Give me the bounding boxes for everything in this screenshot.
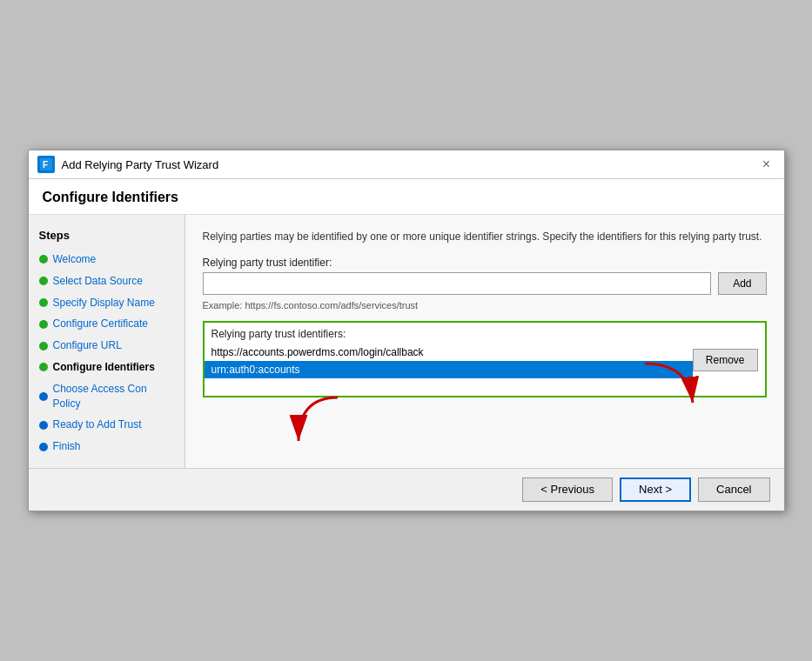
page-header: Configure Identifiers — [29, 179, 784, 215]
page-title: Configure Identifiers — [43, 190, 770, 205]
title-bar: F Add Relying Party Trust Wizard × — [29, 150, 784, 179]
sidebar-item-finish[interactable]: Finish — [29, 436, 185, 457]
identifiers-list-container: https://accounts.powerdms.com/login/call… — [205, 344, 765, 396]
content-area: Steps Welcome Select Data Source Specify… — [29, 215, 784, 468]
list-item-0[interactable]: https://accounts.powerdms.com/login/call… — [205, 344, 693, 361]
dot-icon-welcome — [39, 255, 48, 264]
identifier-input[interactable] — [203, 272, 712, 295]
sidebar-item-ready-to-add-trust[interactable]: Ready to Add Trust — [29, 414, 185, 436]
previous-button[interactable]: < Previous — [522, 477, 613, 502]
identifiers-list-label: Relying party trust identifiers: — [205, 323, 765, 344]
dot-icon-configure-certificate — [39, 320, 48, 329]
description-text: Relying parties may be identified by one… — [203, 229, 767, 244]
sidebar: Steps Welcome Select Data Source Specify… — [29, 215, 185, 468]
add-button[interactable]: Add — [718, 272, 766, 295]
footer: < Previous Next > Cancel — [29, 468, 784, 511]
identifiers-list-items: https://accounts.powerdms.com/login/call… — [205, 344, 693, 396]
next-button[interactable]: Next > — [620, 477, 691, 502]
remove-button[interactable]: Remove — [693, 349, 758, 371]
sidebar-item-welcome[interactable]: Welcome — [29, 249, 185, 270]
arrow-indicator-sidebar — [290, 389, 342, 458]
sidebar-item-configure-identifiers[interactable]: Configure Identifiers — [29, 357, 185, 378]
cancel-button[interactable]: Cancel — [698, 477, 769, 502]
identifier-input-row: Add — [203, 272, 767, 295]
app-icon: F — [37, 156, 55, 173]
steps-label: Steps — [29, 225, 185, 249]
dot-icon-finish — [39, 443, 48, 451]
sidebar-item-configure-certificate[interactable]: Configure Certificate — [29, 313, 185, 335]
dot-icon-configure-identifiers — [39, 363, 48, 371]
identifier-input-label: Relying party trust identifier: — [203, 257, 767, 269]
svg-text:F: F — [43, 160, 48, 170]
dot-icon-ready-to-add — [39, 421, 48, 430]
dialog-window: F Add Relying Party Trust Wizard × Confi… — [28, 150, 785, 511]
list-item-1[interactable]: urn:auth0:accounts — [205, 361, 693, 378]
dot-icon-select-data-source — [39, 277, 48, 285]
sidebar-item-choose-access-control-policy[interactable]: Choose Access Con Policy — [29, 378, 185, 415]
main-content: Relying parties may be identified by one… — [185, 215, 784, 468]
close-button[interactable]: × — [758, 156, 775, 173]
window-title: Add Relying Party Trust Wizard — [62, 158, 751, 171]
example-text: Example: https://fs.contoso.com/adfs/ser… — [203, 300, 767, 310]
dot-icon-specify-display-name — [39, 298, 48, 307]
sidebar-item-select-data-source[interactable]: Select Data Source — [29, 270, 185, 292]
dot-icon-choose-access — [39, 392, 48, 401]
sidebar-item-specify-display-name[interactable]: Specify Display Name — [29, 292, 185, 314]
dot-icon-configure-url — [39, 342, 48, 351]
sidebar-item-configure-url[interactable]: Configure URL — [29, 335, 185, 357]
identifiers-box: Relying party trust identifiers: https:/… — [203, 321, 767, 397]
